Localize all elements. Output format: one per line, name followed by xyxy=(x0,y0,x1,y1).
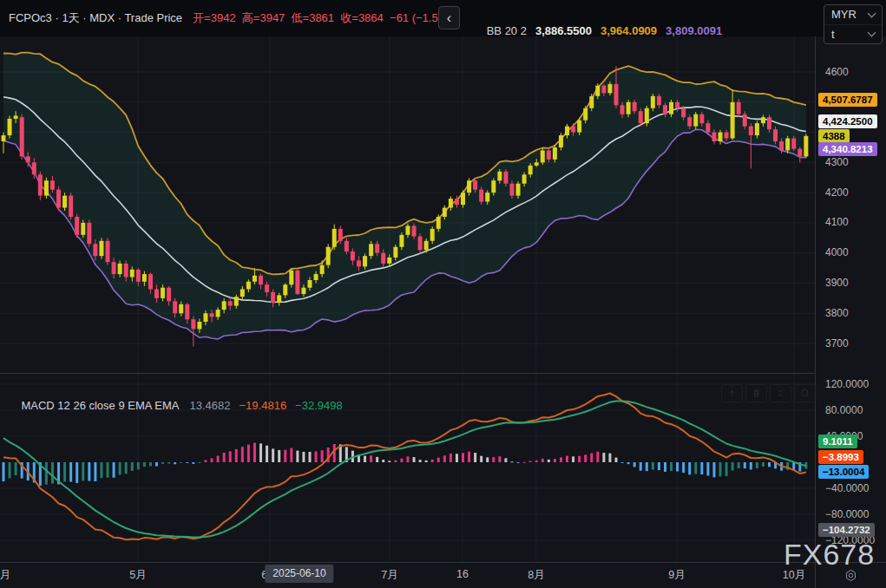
macd-signal-value: −32.9498 xyxy=(295,399,343,412)
price-tick-label: 4100 xyxy=(825,216,849,228)
collapse-icon xyxy=(773,387,788,400)
macd-tick-label: −40.0000 xyxy=(825,482,869,494)
bb-lower-value: 3,809.0091 xyxy=(666,24,722,37)
chart-canvas[interactable] xyxy=(0,0,886,588)
chevron-down-icon xyxy=(868,29,876,37)
unit-select[interactable]: t xyxy=(824,24,882,44)
price-tick-label: 4300 xyxy=(825,156,849,168)
price-tick-label: 4600 xyxy=(825,66,849,78)
chevron-down-icon xyxy=(868,9,876,17)
collapse-pane-button[interactable] xyxy=(770,384,791,402)
time-label: 9月 xyxy=(668,568,685,583)
macd-legend: MACD 12 26 close 9 EMA EMA13.4682−19.481… xyxy=(9,386,343,425)
macd-value-badge: −3.8993 xyxy=(818,450,863,464)
fx678-watermark: FX678 xyxy=(784,539,875,569)
maximize-icon xyxy=(797,387,812,400)
arrow-up-icon xyxy=(725,387,739,400)
bb-basis-value: 3,886.5500 xyxy=(535,24,592,37)
time-label: 7月 xyxy=(381,568,397,583)
hist-value-badge: −13.0004 xyxy=(818,465,869,479)
price-tick-label: 4000 xyxy=(825,246,849,258)
last-price-badge: 4388 xyxy=(818,129,850,143)
chevron-left-icon: ‹ xyxy=(447,10,451,25)
price-tick-label: 3800 xyxy=(825,307,849,319)
time-label: 8月 xyxy=(528,568,544,583)
bb-legend: BB 20 23,886.55003,964.09093,809.0091 xyxy=(468,11,722,50)
time-label: 月 xyxy=(0,568,10,583)
unit-select-value: t xyxy=(831,28,835,41)
time-scale[interactable]: 月5月6月7月168月9月10月2025-06-10 xyxy=(0,563,886,588)
currency-select[interactable]: MYR xyxy=(824,5,882,24)
bb-lower-price-badge: 4,340.8213 xyxy=(818,142,877,156)
axis-settings-box: MYR t xyxy=(824,4,883,44)
maximize-pane-button[interactable] xyxy=(794,384,816,402)
crosshair-value-badge: −104.2732 xyxy=(818,523,875,537)
symbol-title: FCPOc3 · 1天 · MDX · Trade Price xyxy=(9,10,182,26)
trading-chart-app: FCPOc3 · 1天 · MDX · Trade Price 开=3942 高… xyxy=(0,0,886,588)
currency-select-value: MYR xyxy=(831,8,856,21)
macd-tick-label: 80.0000 xyxy=(825,404,863,416)
macd-line-value: −19.4816 xyxy=(240,399,287,412)
bb-legend-label: BB 20 2 xyxy=(487,24,527,37)
legend-collapse-button[interactable]: ‹ xyxy=(438,6,460,29)
price-tick-label: 4200 xyxy=(825,186,849,199)
bb-basis-price-badge: 4,424.2500 xyxy=(818,114,877,128)
ohlc-values: 开=3942 高=3947 低=3861 收=3864 −61 (−1.55%) xyxy=(193,10,458,26)
price-tick-label: 3900 xyxy=(825,277,849,289)
signal-value-badge: 9.1011 xyxy=(818,434,857,448)
bb-upper-price-badge: 4,507.6787 xyxy=(818,93,877,107)
macd-tick-label: −80.0000 xyxy=(825,508,869,520)
delete-indicator-button[interactable] xyxy=(745,384,767,402)
price-tick-label: 3700 xyxy=(825,337,849,350)
indicator-toolbar xyxy=(721,384,816,402)
macd-legend-label: MACD 12 26 close 9 EMA EMA xyxy=(21,399,179,412)
time-label: 5月 xyxy=(129,568,146,583)
time-label: 16 xyxy=(456,568,469,580)
crosshair-date-badge: 2025-06-10 xyxy=(265,565,333,583)
macd-hist-value: 13.4682 xyxy=(190,399,231,412)
bb-upper-value: 3,964.0909 xyxy=(601,24,657,37)
move-pane-up-button[interactable] xyxy=(721,384,743,402)
legend-bar: FCPOc3 · 1天 · MDX · Trade Price 开=3942 高… xyxy=(0,0,886,36)
macd-tick-label: 120.0000 xyxy=(825,378,869,390)
price-scale[interactable]: 46004300420041004000390038003700120.0000… xyxy=(815,0,886,588)
trash-icon xyxy=(749,387,764,400)
